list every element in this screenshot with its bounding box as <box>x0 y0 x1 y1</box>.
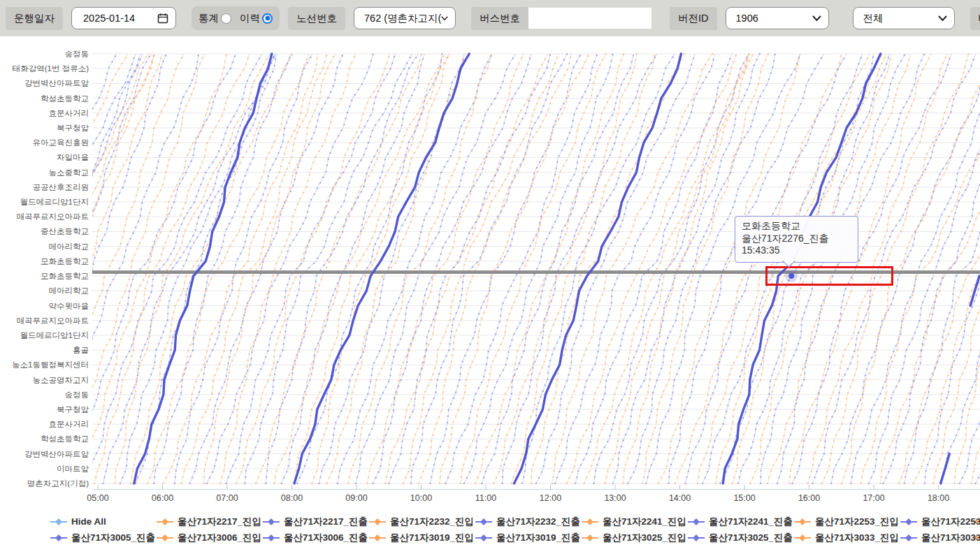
operation-date-label: 운행일자 <box>6 7 63 30</box>
x-tick-label: 14:00 <box>669 493 691 503</box>
legend-item[interactable]: 울산71자3005_진출 <box>50 532 157 544</box>
trip-markers-faded <box>27 54 162 483</box>
trip-markers-faded <box>76 54 226 483</box>
x-tick-label: 16:00 <box>798 493 820 503</box>
station-label: 이마트앞 <box>57 465 89 473</box>
station-label: 농소공영차고지 <box>33 376 89 384</box>
legend-item-label: 울산71자3025_진출 <box>709 532 793 544</box>
operation-date-input[interactable]: 2025-01-14 <box>71 7 176 29</box>
legend-item[interactable]: 울산71자2253_진입 <box>794 516 900 528</box>
station-label: 송정동 <box>65 391 89 399</box>
trip-line-faded <box>512 54 655 483</box>
trip-markers-faded <box>0 54 136 483</box>
legend-item[interactable]: 울산71자3033_진출 <box>900 532 980 544</box>
chevron-down-icon <box>441 15 448 22</box>
toolbar: 운행일자 2025-01-14 통계 이력 노선번호 762 (명촌차고지(기점… <box>0 0 980 36</box>
trip-line-faded <box>411 54 567 483</box>
chevron-down-icon <box>812 15 821 22</box>
trip-markers-faded <box>461 54 606 483</box>
station-label: 월드메르디앙1단지 <box>20 198 89 206</box>
legend-item[interactable]: Hide All <box>50 516 157 527</box>
trip-line-faded <box>0 54 117 483</box>
trip-line-faded <box>493 54 637 483</box>
scope-select-value: 전체 <box>863 12 884 25</box>
route-select[interactable]: 762 (명촌차고지(기점) <box>354 7 456 29</box>
legend-item[interactable]: 울산71자2253_진출 <box>900 516 980 528</box>
legend-item-label: 울산71자3006_진출 <box>284 532 368 544</box>
x-tick-label: 06:00 <box>152 493 173 503</box>
legend-item[interactable]: 울산71자2232_진출 <box>475 516 582 528</box>
station-label: 강변벽산아파트앞 <box>24 79 89 87</box>
legend-item-label: 울산71자3019_진출 <box>496 532 580 544</box>
legend-marker-icon <box>157 518 173 525</box>
station-label: 농소중학교 <box>49 168 89 177</box>
legend-item[interactable]: 울산71자3019_진입 <box>369 532 475 544</box>
bus-number-input[interactable] <box>528 8 651 29</box>
trip-line-faded <box>8 54 154 483</box>
legend-item[interactable]: 울산71자2241_진입 <box>582 516 688 528</box>
trip-line-faded <box>207 54 373 483</box>
legend-item[interactable]: 울산71자3033_진입 <box>794 532 900 544</box>
x-tick-label: 18:00 <box>928 493 949 503</box>
x-tick-label: 07:00 <box>216 493 238 503</box>
legend-marker-icon <box>688 534 705 541</box>
x-tick-label: 13:00 <box>604 493 626 503</box>
operation-date-value: 2025-01-14 <box>83 13 135 24</box>
station-label: 월드메르디앙1단지 <box>20 331 89 340</box>
legend-item[interactable]: 울산71자2232_진입 <box>369 516 475 528</box>
analyze-button[interactable]: 타점기준분석 <box>970 7 980 30</box>
tooltip-time: 15:43:35 <box>742 245 852 257</box>
legend-marker-icon <box>794 518 811 525</box>
stat-radio-label: 통계 <box>199 12 219 25</box>
legend-item[interactable]: 울산71자3025_진입 <box>582 532 688 544</box>
trip-line-faded <box>0 54 136 483</box>
legend-item[interactable]: 울산71자2241_진출 <box>688 516 794 528</box>
route-select-value: 762 (명촌차고지(기점) <box>364 12 441 25</box>
legend-item-label: 울산71자2232_진입 <box>390 516 474 528</box>
legend-item-label: 울산71자2217_진출 <box>284 516 368 528</box>
trip-markers-faded <box>403 54 559 483</box>
legend-item[interactable]: 울산71자2217_진출 <box>263 516 369 528</box>
legend-item-label: 울산71자3006_진입 <box>178 532 261 544</box>
stat-radio[interactable] <box>221 13 231 24</box>
station-label: 명촌차고지(기점) <box>27 479 89 488</box>
route-number-label: 노선번호 <box>288 7 345 30</box>
trip-line-faded <box>880 54 980 483</box>
calendar-icon[interactable] <box>157 13 168 24</box>
trip-markers-faded <box>942 54 980 483</box>
station-label: 효문사거리 <box>49 109 89 117</box>
trip-line-faded <box>0 54 143 483</box>
legend-item[interactable]: 울산71자3025_진출 <box>688 532 794 544</box>
legend-marker-icon <box>263 534 280 541</box>
legend-marker-icon <box>263 518 280 525</box>
red-highlight-box <box>765 266 893 286</box>
trip-markers-faded <box>624 54 754 483</box>
trip-line-faded <box>461 54 606 483</box>
trip-markers-faded <box>182 54 327 483</box>
station-label: 태화강역(1번 정류소) <box>13 64 89 73</box>
x-tick-label: 09:00 <box>345 493 367 503</box>
legend-item[interactable]: 울산71자3019_진출 <box>475 532 582 544</box>
trip-markers-faded <box>411 54 567 483</box>
version-select[interactable]: 1906 <box>726 7 829 29</box>
station-label: 효문사거리 <box>49 420 89 428</box>
trip-markers-faded <box>512 54 655 483</box>
legend-item[interactable]: 울산71자3006_진입 <box>157 532 263 544</box>
legend-item-label: 울산71자3033_진입 <box>815 532 899 544</box>
x-tick-label: 08:00 <box>281 493 303 503</box>
legend-item-label: Hide All <box>71 516 106 527</box>
history-radio-label: 이력 <box>240 12 260 25</box>
legend-marker-icon <box>50 518 67 525</box>
station-label: 중산초등학교 <box>41 227 89 235</box>
chevron-down-icon <box>938 15 947 22</box>
trip-markers-faded <box>207 54 373 483</box>
scope-select[interactable]: 전체 <box>853 7 955 29</box>
trip-markers-faded <box>0 54 117 483</box>
x-tick-label: 17:00 <box>863 493 884 503</box>
legend-item[interactable]: 울산71자2217_진입 <box>157 516 263 528</box>
legend-marker-icon <box>50 534 67 541</box>
legend-marker-icon <box>900 518 917 525</box>
legend-item[interactable]: 울산71자3006_진출 <box>263 532 369 544</box>
legend-item-label: 울산71자2241_진출 <box>709 516 793 528</box>
history-radio[interactable] <box>262 13 273 24</box>
